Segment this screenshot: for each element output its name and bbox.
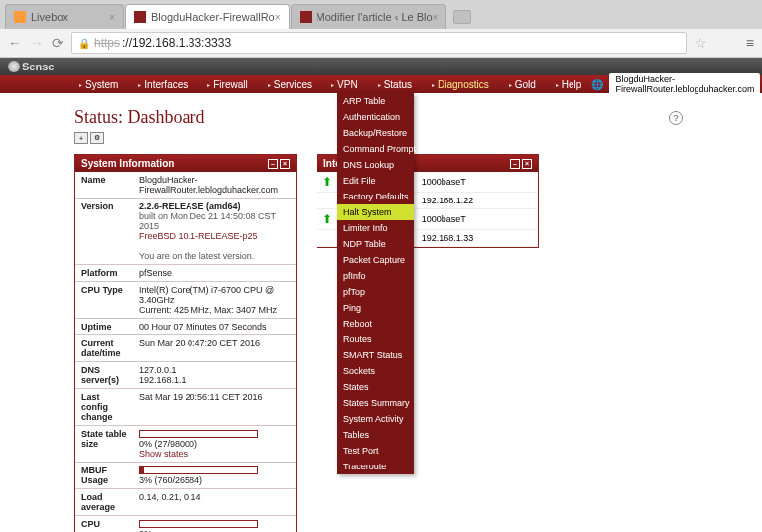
nav-item-help[interactable]: ▸Help bbox=[546, 79, 592, 90]
menu-item-backup-restore[interactable]: Backup/Restore bbox=[337, 125, 414, 141]
nav-item-interfaces[interactable]: ▸Interfaces bbox=[128, 79, 197, 90]
diagnostics-dropdown[interactable]: ARP TableAuthenticationBackup/RestoreCom… bbox=[337, 93, 414, 474]
menu-item-reboot[interactable]: Reboot bbox=[337, 316, 414, 332]
close-icon[interactable]: × bbox=[433, 12, 439, 23]
menu-item-pftop[interactable]: pfTop bbox=[337, 284, 414, 300]
page: Sense ▸System▸Interfaces▸Firewall▸Servic… bbox=[0, 58, 762, 532]
menu-item-ndp-table[interactable]: NDP Table bbox=[337, 236, 414, 252]
globe-icon: 🌐 bbox=[591, 79, 603, 90]
browser-tab-2[interactable]: Modifier l'article ‹ Le Blo× bbox=[291, 4, 447, 29]
browser-toolbar: ← → ⟳ 🔒 https://192.168.1.33:3333 ☆ ≡ bbox=[0, 29, 762, 58]
menu-item-edit-file[interactable]: Edit File bbox=[337, 173, 414, 189]
menu-item-factory-defaults[interactable]: Factory Defaults bbox=[337, 189, 414, 204]
close-icon[interactable]: × bbox=[109, 12, 115, 23]
nav-item-firewall[interactable]: ▸Firewall bbox=[197, 79, 257, 90]
menu-item-packet-capture[interactable]: Packet Capture bbox=[337, 252, 414, 268]
menu-item-sockets[interactable]: Sockets bbox=[337, 363, 414, 379]
new-tab-button[interactable] bbox=[453, 10, 471, 24]
hamburger-icon[interactable]: ≡ bbox=[746, 35, 754, 51]
forward-button[interactable]: → bbox=[30, 35, 44, 51]
arrow-up-icon: ⬆ bbox=[322, 175, 332, 189]
menu-item-limiter-info[interactable]: Limiter Info bbox=[337, 220, 414, 236]
nav-item-vpn[interactable]: ▸VPN bbox=[321, 79, 368, 90]
menu-item-dns-lookup[interactable]: DNS Lookup bbox=[337, 157, 414, 173]
close-icon[interactable]: × bbox=[522, 159, 532, 169]
close-icon[interactable]: × bbox=[275, 12, 281, 23]
arrow-up-icon: ⬆ bbox=[322, 212, 332, 226]
back-button[interactable]: ← bbox=[8, 35, 22, 51]
nav-item-gold[interactable]: ▸Gold bbox=[499, 79, 546, 90]
menu-item-states-summary[interactable]: States Summary bbox=[337, 395, 414, 411]
menu-item-arp-table[interactable]: ARP Table bbox=[337, 93, 414, 109]
menu-item-smart-status[interactable]: SMART Status bbox=[337, 347, 414, 363]
nav-bar: ▸System▸Interfaces▸Firewall▸Services▸VPN… bbox=[0, 75, 762, 93]
panel-header[interactable]: System Information –× bbox=[75, 155, 296, 172]
close-icon[interactable]: × bbox=[280, 159, 290, 169]
menu-item-routes[interactable]: Routes bbox=[337, 332, 414, 347]
url-input[interactable]: 🔒 https://192.168.1.33:3333 bbox=[71, 32, 687, 54]
minimize-icon[interactable]: – bbox=[510, 159, 520, 169]
bookmark-icon[interactable]: ☆ bbox=[695, 35, 707, 51]
lock-icon: 🔒 bbox=[78, 38, 90, 49]
menu-item-authentication[interactable]: Authentication bbox=[337, 109, 414, 125]
widget-settings-button[interactable]: ⚙ bbox=[90, 132, 104, 144]
menu-item-command-prompt[interactable]: Command Prompt bbox=[337, 141, 414, 157]
brand-logo: Sense bbox=[8, 61, 54, 72]
menu-item-system-activity[interactable]: System Activity bbox=[337, 411, 414, 427]
browser-tab-0[interactable]: Livebox× bbox=[5, 4, 124, 29]
nav-item-services[interactable]: ▸Services bbox=[258, 79, 321, 90]
show-states-link[interactable]: Show states bbox=[139, 449, 188, 459]
minimize-icon[interactable]: – bbox=[268, 159, 278, 169]
system-info-panel: System Information –× NameBlogduHacker-F… bbox=[74, 154, 297, 532]
domain-badge: BlogduHacker-FirewallRouter.leblogduhack… bbox=[609, 73, 760, 95]
nav-item-system[interactable]: ▸System bbox=[69, 79, 128, 90]
browser-tabs: Livebox× BlogduHacker-FirewallRo× Modifi… bbox=[0, 0, 762, 29]
menu-item-tables[interactable]: Tables bbox=[337, 427, 414, 443]
nav-item-status[interactable]: ▸Status bbox=[368, 79, 422, 90]
widget-add-button[interactable]: + bbox=[74, 132, 88, 144]
help-icon[interactable]: ? bbox=[669, 111, 683, 125]
menu-item-halt-system[interactable]: Halt System bbox=[337, 204, 414, 220]
menu-item-test-port[interactable]: Test Port bbox=[337, 443, 414, 459]
menu-item-pfinfo[interactable]: pfInfo bbox=[337, 268, 414, 284]
browser-tab-1[interactable]: BlogduHacker-FirewallRo× bbox=[125, 4, 290, 29]
menu-item-ping[interactable]: Ping bbox=[337, 300, 414, 316]
menu-item-states[interactable]: States bbox=[337, 379, 414, 395]
reload-button[interactable]: ⟳ bbox=[52, 35, 64, 51]
menu-item-traceroute[interactable]: Traceroute bbox=[337, 459, 414, 474]
nav-item-diagnostics[interactable]: ▸Diagnostics bbox=[422, 79, 499, 90]
